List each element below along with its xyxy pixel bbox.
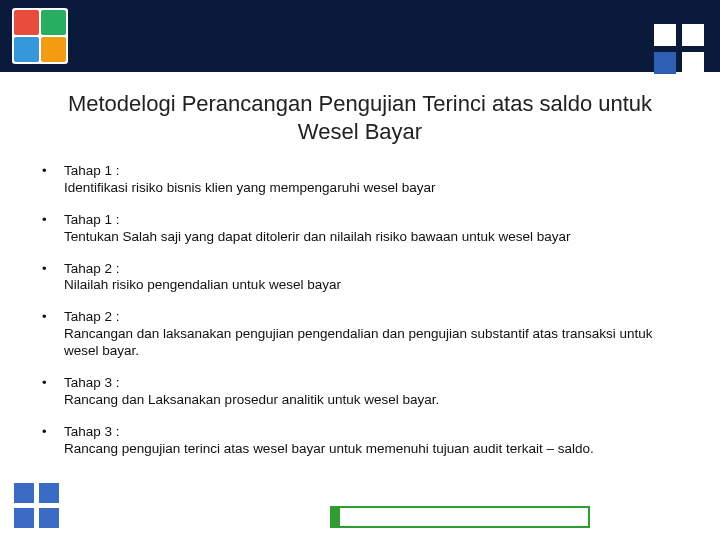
stage-label: Tahap 2 : [64,261,684,278]
logo-icon [12,8,68,64]
stage-label: Tahap 3 : [64,424,684,441]
list-item: Tahap 2 : Rancangan dan laksanakan pengu… [36,309,684,360]
stage-label: Tahap 3 : [64,375,684,392]
footer-decor-icon [14,483,59,528]
stage-label: Tahap 1 : [64,163,684,180]
bullet-text: Rancang pengujian terinci atas wesel bay… [64,441,594,456]
page-title: Metodelogi Perancangan Pengujian Terinci… [36,90,684,145]
list-item: Tahap 2 : Nilailah risiko pengendalian u… [36,261,684,295]
stage-label: Tahap 1 : [64,212,684,229]
footer-progress-bar [330,506,590,528]
stage-label: Tahap 2 : [64,309,684,326]
corner-decor-icon [654,24,704,74]
list-item: Tahap 1 : Tentukan Salah saji yang dapat… [36,212,684,246]
list-item: Tahap 1 : Identifikasi risiko bisnis kli… [36,163,684,197]
bullet-text: Rancang dan Laksanakan prosedur analitik… [64,392,439,407]
bullet-text: Nilailah risiko pengendalian untuk wesel… [64,277,341,292]
bullet-text: Identifikasi risiko bisnis klien yang me… [64,180,435,195]
header-band [0,0,720,72]
list-item: Tahap 3 : Rancang pengujian terinci atas… [36,424,684,458]
bullet-list: Tahap 1 : Identifikasi risiko bisnis kli… [36,163,684,457]
list-item: Tahap 3 : Rancang dan Laksanakan prosedu… [36,375,684,409]
bullet-text: Rancangan dan laksanakan pengujian penge… [64,326,652,358]
slide-content: Metodelogi Perancangan Pengujian Terinci… [0,90,720,472]
bullet-text: Tentukan Salah saji yang dapat ditolerir… [64,229,571,244]
